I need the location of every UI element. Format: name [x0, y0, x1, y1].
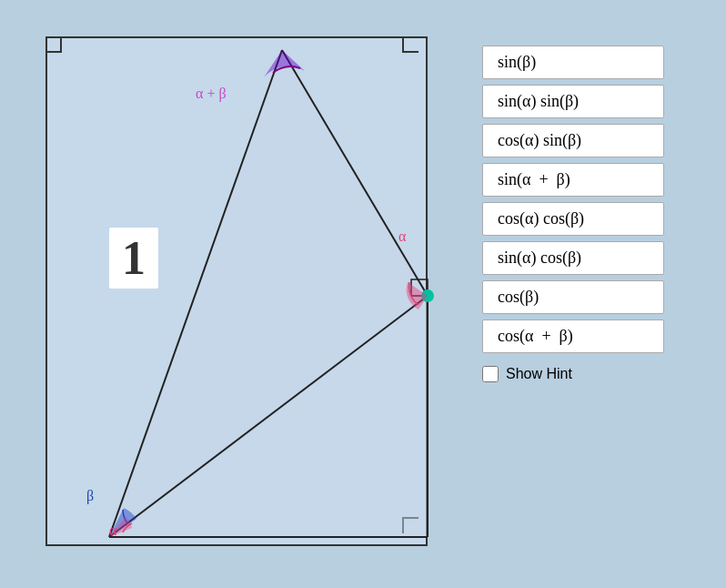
right-panel: sin(β) sin(α) sin(β) cos(α) sin(β) sin(α…	[482, 18, 664, 382]
alpha-label-top: α	[398, 228, 407, 244]
diagram-svg: α + β α β α	[18, 18, 464, 570]
beta-label: β	[86, 488, 94, 504]
diagram-area: 1	[18, 18, 464, 570]
main-container: 1	[0, 0, 726, 588]
answer-cos-alpha-cos-beta[interactable]: cos(α) cos(β)	[482, 202, 664, 236]
answer-cos-alpha-plus-beta[interactable]: cos(α + β)	[482, 319, 664, 353]
alpha-beta-label: α + β	[196, 86, 227, 102]
answer-sin-alpha-sin-beta[interactable]: sin(α) sin(β)	[482, 85, 664, 118]
answer-sin-alpha-cos-beta[interactable]: sin(α) cos(β)	[482, 241, 664, 275]
show-hint-label: Show Hint	[506, 366, 572, 382]
hint-area: Show Hint	[482, 366, 664, 382]
alpha-label-bottom: α	[109, 522, 117, 538]
show-hint-checkbox[interactable]	[482, 366, 499, 382]
answer-sin-alpha-plus-beta[interactable]: sin(α + β)	[482, 163, 664, 197]
answer-cos-alpha-sin-beta[interactable]: cos(α) sin(β)	[482, 124, 664, 157]
answer-sin-beta[interactable]: sin(β)	[482, 46, 664, 79]
answer-cos-beta[interactable]: cos(β)	[482, 280, 664, 314]
